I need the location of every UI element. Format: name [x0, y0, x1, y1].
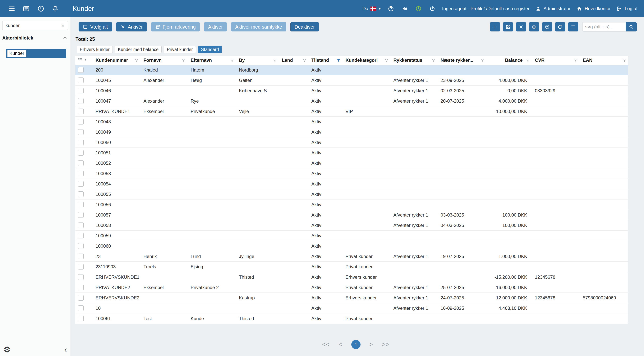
print-button[interactable]: [529, 22, 539, 32]
row-checkbox[interactable]: [78, 171, 84, 176]
sound-button[interactable]: [401, 5, 409, 13]
sidebar-item-kunder[interactable]: Kunder: [6, 49, 66, 58]
user-menu[interactable]: Administrator: [535, 6, 570, 12]
row-checkbox[interactable]: [78, 88, 84, 93]
refresh-button[interactable]: [555, 22, 565, 32]
table-row[interactable]: 100057 Aktiv Afventer rykker 1 03-03-202…: [75, 210, 628, 220]
select-all-button[interactable]: Vælg alt: [78, 22, 112, 32]
column-header[interactable]: Efternavn: [188, 56, 236, 65]
help-grid-button[interactable]: [542, 22, 552, 32]
row-checkbox[interactable]: [78, 109, 84, 114]
row-checkbox[interactable]: [78, 233, 84, 238]
column-header[interactable]: Fornavn: [140, 56, 188, 65]
row-checkbox[interactable]: [78, 119, 84, 125]
table-row[interactable]: 100055 Aktiv: [75, 189, 628, 199]
filter-icon[interactable]: [134, 58, 139, 63]
current-page-button[interactable]: 1: [351, 340, 360, 349]
table-row[interactable]: 100052 Aktiv: [75, 158, 628, 168]
time-button[interactable]: [36, 4, 46, 14]
table-row[interactable]: 100049 Aktiv: [75, 127, 628, 137]
table-row[interactable]: 23 Henrik Lund Jyllinge Aktiv Privat kun…: [75, 251, 628, 262]
row-checkbox[interactable]: [78, 160, 84, 166]
filter-icon[interactable]: [336, 58, 341, 63]
table-row[interactable]: 100058 Aktiv Afventer rykker 1 04-03-202…: [75, 220, 628, 231]
row-checkbox[interactable]: [78, 129, 84, 135]
table-row[interactable]: 100054 Aktiv: [75, 179, 628, 189]
row-checkbox[interactable]: [78, 78, 84, 83]
unarchive-button[interactable]: Fjern arkivering: [151, 22, 200, 32]
column-header[interactable]: Balance: [487, 56, 532, 65]
language-selector[interactable]: Da ▼: [362, 6, 381, 11]
first-page-button[interactable]: <<: [322, 341, 330, 348]
status-clock-button[interactable]: [414, 5, 423, 13]
row-checkbox[interactable]: [78, 150, 84, 156]
clear-search-icon[interactable]: ×: [61, 23, 65, 29]
delete-button[interactable]: [516, 22, 526, 32]
row-checkbox[interactable]: [78, 67, 84, 73]
column-header[interactable]: Rykkerstatus: [390, 56, 438, 65]
archive-button[interactable]: Arkivér: [116, 22, 147, 32]
row-checkbox[interactable]: [78, 202, 84, 207]
table-row[interactable]: 100048 Aktiv: [75, 117, 628, 127]
row-checkbox[interactable]: [78, 254, 84, 259]
column-header[interactable]: Land: [279, 56, 308, 65]
column-header[interactable]: CVR: [532, 56, 580, 65]
logout-button[interactable]: Log af: [616, 6, 638, 12]
filter-chip[interactable]: Kunder med balance: [115, 46, 162, 53]
filter-icon[interactable]: [384, 58, 389, 63]
filter-icon[interactable]: [431, 58, 436, 63]
table-row[interactable]: 100047 Alexander Rye Aktiv Afventer rykk…: [75, 96, 628, 106]
settings-gear-icon[interactable]: ⚙: [4, 346, 11, 354]
menu-button[interactable]: [6, 4, 17, 14]
table-row[interactable]: PRIVATKUNDE2 Eksempel Privatkunde 2 Akti…: [75, 282, 628, 293]
column-header[interactable]: Tilstand: [308, 56, 342, 65]
row-checkbox[interactable]: [78, 274, 84, 280]
table-row[interactable]: 10 Aktiv Afventer rykker 1 16-09-2025 4.…: [75, 303, 628, 313]
filter-icon[interactable]: [480, 58, 485, 63]
table-row[interactable]: 23110903 Troels Ejsing Aktiv Privat kund…: [75, 262, 628, 272]
filter-icon[interactable]: [302, 58, 307, 63]
power-button[interactable]: [428, 5, 436, 13]
table-row[interactable]: 100050 Aktiv: [75, 137, 628, 148]
table-row[interactable]: ERHVERVSKUNDE1 Thisted Aktiv Erhvers kun…: [75, 272, 628, 282]
activate-button[interactable]: Aktiver: [204, 22, 227, 32]
table-row[interactable]: 100061 Test Kunde Thisted Aktiv Privat k…: [75, 313, 628, 324]
table-search-input[interactable]: [582, 22, 626, 32]
row-checkbox[interactable]: [78, 243, 84, 249]
journal-button[interactable]: [21, 4, 32, 14]
sidebar-search-input[interactable]: [2, 21, 68, 30]
row-checkbox[interactable]: [78, 316, 84, 321]
table-row[interactable]: 100053 Aktiv: [75, 168, 628, 179]
table-row[interactable]: 100051 Aktiv: [75, 148, 628, 158]
table-row[interactable]: 100046 København S Aktiv Afventer rykker…: [75, 86, 628, 96]
row-checkbox[interactable]: [78, 191, 84, 197]
filter-icon[interactable]: [622, 58, 626, 63]
filter-chip[interactable]: Erhvers kunder: [77, 46, 113, 53]
column-header[interactable]: Kundenummer: [92, 56, 140, 65]
row-checkbox[interactable]: [78, 264, 84, 269]
help-button[interactable]: [387, 5, 395, 13]
row-checkbox[interactable]: [78, 98, 84, 104]
table-row[interactable]: 200 Khaled Hatem Nordborg Aktiv: [75, 65, 628, 75]
table-row[interactable]: PRIVATKUNDE1 Eksempel Privatkunde Vejle …: [75, 106, 628, 117]
filter-chip[interactable]: Standard: [198, 46, 222, 53]
table-row[interactable]: 100045 Alexander Høeg Galten Aktiv Afven…: [75, 75, 628, 86]
table-row[interactable]: ERHVERVSKUNDE2 Kastrup Aktiv Erhvers kun…: [75, 293, 628, 303]
grid-select-menu[interactable]: ▼: [78, 57, 87, 62]
sidebar-section-header[interactable]: Aktørbibliotek: [0, 32, 70, 44]
row-checkbox[interactable]: [78, 222, 84, 228]
columns-menu-button[interactable]: [568, 22, 578, 32]
filter-icon[interactable]: [181, 58, 186, 63]
deactivate-button[interactable]: Deaktiver: [290, 22, 319, 32]
collapse-sidebar-icon[interactable]: ‹: [64, 345, 67, 354]
filter-icon[interactable]: [272, 58, 277, 63]
activate-with-consent-button[interactable]: Aktiver med samtykke: [231, 22, 286, 32]
edit-button[interactable]: [503, 22, 513, 32]
filter-icon[interactable]: [526, 58, 530, 63]
row-checkbox[interactable]: [78, 285, 84, 290]
row-checkbox[interactable]: [78, 212, 84, 218]
column-header[interactable]: Kundekategori: [342, 56, 390, 65]
table-row[interactable]: 100059 Aktiv: [75, 231, 628, 241]
notifications-button[interactable]: [50, 4, 60, 14]
search-button[interactable]: [626, 22, 637, 32]
